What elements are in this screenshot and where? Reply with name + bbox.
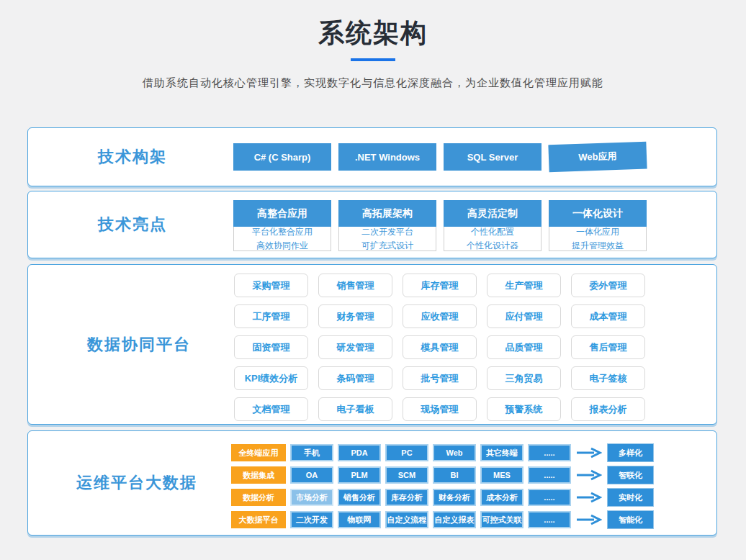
module-chip: 售后管理	[571, 335, 645, 359]
flow-row: 全终端应用 手机 PDA PC Web 其它终端 ..... 多样化	[231, 443, 654, 462]
highlight-line: 一体化应用	[576, 226, 619, 238]
flow-result-chip: 智能化	[607, 510, 654, 529]
flow-chip: 市场分析	[290, 489, 333, 506]
module-chip: 销售管理	[318, 274, 392, 297]
flow-chip: MES	[480, 466, 523, 484]
module-chip: 预警系统	[487, 397, 561, 421]
flow-chip: .....	[528, 511, 571, 528]
flow-chip: 二次开发	[290, 511, 333, 528]
highlight-card-body: 个性化配置 个性化设计器	[444, 227, 541, 251]
flow-category-label: 数据分析	[231, 489, 286, 506]
flow-chip: .....	[528, 466, 571, 484]
right-arrow-icon	[576, 514, 602, 525]
flow-chip: PDA	[338, 444, 381, 461]
module-chip: 报表分析	[571, 397, 645, 421]
title-underline	[351, 58, 395, 61]
highlight-line: 个性化配置	[471, 226, 514, 238]
right-arrow-icon	[576, 469, 602, 481]
tech-stack-buttons: C# (C Sharp) .NET Windows SQL Server Web…	[233, 143, 647, 171]
module-chip: 文档管理	[234, 397, 308, 421]
module-chip: 品质管理	[487, 335, 561, 359]
highlight-card-body: 一体化应用 提升管理效益	[549, 227, 647, 251]
section-tech-stack: 技术构架 C# (C Sharp) .NET Windows SQL Serve…	[27, 127, 717, 186]
highlight-line: 二次开发平台	[361, 226, 413, 238]
tech-chip: Web应用	[548, 142, 647, 173]
flow-result-chip: 多样化	[607, 443, 654, 462]
module-chip: 应付管理	[487, 304, 561, 328]
flow-chip: OA	[290, 466, 333, 484]
section-label-highlights: 技术亮点	[98, 214, 167, 235]
flow-chip: 自定义报表	[433, 511, 476, 528]
highlight-cards: 高整合应用 平台化整合应用 高效协同作业 高拓展架构 二次开发平台 可扩充式设计…	[233, 200, 647, 251]
flow-chip: .....	[528, 489, 571, 506]
flow-chip: SCM	[385, 466, 428, 484]
flow-chip: 自定义流程	[385, 511, 428, 528]
module-chip: 电子签核	[571, 366, 645, 390]
flow-chip: BI	[433, 466, 476, 484]
module-chip: 成本管理	[571, 304, 645, 328]
highlight-line: 个性化设计器	[467, 240, 518, 252]
section-ops-bigdata: 运维平台大数据 全终端应用 手机 PDA PC Web 其它终端 ..... 多…	[27, 430, 717, 536]
page-title: 系统架构	[0, 16, 746, 51]
flow-chip: 物联网	[338, 511, 381, 528]
flow-chip: 库存分析	[385, 489, 428, 506]
section-label-data-platform: 数据协同平台	[87, 334, 191, 356]
flow-chip: PC	[385, 444, 428, 461]
module-chip: 工序管理	[234, 304, 308, 328]
flow-chip: 手机	[290, 444, 333, 461]
section-highlights: 技术亮点 高整合应用 平台化整合应用 高效协同作业 高拓展架构 二次开发平台 可…	[27, 191, 717, 258]
flow-chip: PLM	[338, 466, 381, 484]
module-chip: 电子看板	[318, 397, 392, 421]
highlight-card-title: 高拓展架构	[338, 200, 436, 227]
module-chip: 模具管理	[403, 335, 477, 359]
flow-chip: .....	[528, 444, 571, 461]
section-label-ops-bigdata: 运维平台大数据	[76, 472, 197, 494]
highlight-line: 可扩充式设计	[361, 240, 413, 252]
right-arrow-icon	[576, 447, 602, 459]
module-chip: 研发管理	[318, 335, 392, 359]
right-arrow-icon	[576, 492, 602, 503]
module-chip: KPI绩效分析	[234, 366, 308, 390]
module-grid: 采购管理 销售管理 库存管理 生产管理 委外管理 工序管理 财务管理 应收管理 …	[234, 274, 645, 421]
flow-row: 大数据平台 二次开发 物联网 自定义流程 自定义报表 可控式关联 ..... 智…	[231, 510, 654, 529]
highlight-card: 高拓展架构 二次开发平台 可扩充式设计	[338, 200, 436, 251]
highlight-card-body: 平台化整合应用 高效协同作业	[233, 227, 331, 251]
flow-chip: Web	[433, 444, 476, 461]
tech-chip: C# (C Sharp)	[233, 143, 331, 171]
section-label-tech-stack: 技术构架	[98, 146, 167, 168]
flow-row: 数据集成 OA PLM SCM BI MES ..... 智联化	[231, 466, 654, 484]
flow-chip: 可控式关联	[480, 511, 523, 528]
highlight-line: 平台化整合应用	[252, 226, 313, 238]
page: 系统架构 借助系统自动化核心管理引擎，实现数字化与信息化深度融合，为企业数值化管…	[0, 0, 746, 560]
highlight-card: 高整合应用 平台化整合应用 高效协同作业	[233, 200, 331, 251]
flow-chip: 财务分析	[433, 489, 476, 506]
module-chip: 批号管理	[403, 366, 477, 390]
module-chip: 固资管理	[234, 335, 308, 359]
module-chip: 现场管理	[403, 397, 477, 421]
module-chip: 委外管理	[571, 274, 645, 297]
highlight-line: 提升管理效益	[572, 240, 624, 252]
highlight-card-title: 一体化设计	[549, 200, 647, 227]
flow-category-label: 大数据平台	[231, 511, 286, 528]
highlight-card: 一体化设计 一体化应用 提升管理效益	[549, 200, 647, 251]
tech-chip: SQL Server	[444, 143, 541, 171]
module-chip: 财务管理	[318, 304, 392, 328]
flow-row: 数据分析 市场分析 销售分析 库存分析 财务分析 成本分析 ..... 实时化	[231, 488, 654, 507]
tech-chip: .NET Windows	[338, 143, 436, 171]
page-subtitle: 借助系统自动化核心管理引擎，实现数字化与信息化深度融合，为企业数值化管理应用赋能	[0, 76, 746, 90]
highlight-card: 高灵活定制 个性化配置 个性化设计器	[444, 200, 541, 251]
flow-chip: 其它终端	[480, 444, 523, 461]
highlight-card-title: 高整合应用	[233, 200, 331, 227]
flow-rows: 全终端应用 手机 PDA PC Web 其它终端 ..... 多样化 数据集成 …	[231, 443, 654, 529]
module-chip: 库存管理	[403, 274, 477, 297]
flow-result-chip: 智联化	[607, 466, 654, 484]
module-chip: 条码管理	[318, 366, 392, 390]
flow-result-chip: 实时化	[607, 488, 654, 507]
module-chip: 采购管理	[234, 274, 308, 297]
module-chip: 生产管理	[487, 274, 561, 297]
highlight-card-title: 高灵活定制	[444, 200, 541, 227]
highlight-card-body: 二次开发平台 可扩充式设计	[338, 227, 436, 251]
section-data-platform: 数据协同平台 采购管理 销售管理 库存管理 生产管理 委外管理 工序管理 财务管…	[27, 264, 717, 425]
module-chip: 应收管理	[403, 304, 477, 328]
highlight-line: 高效协同作业	[256, 240, 308, 252]
